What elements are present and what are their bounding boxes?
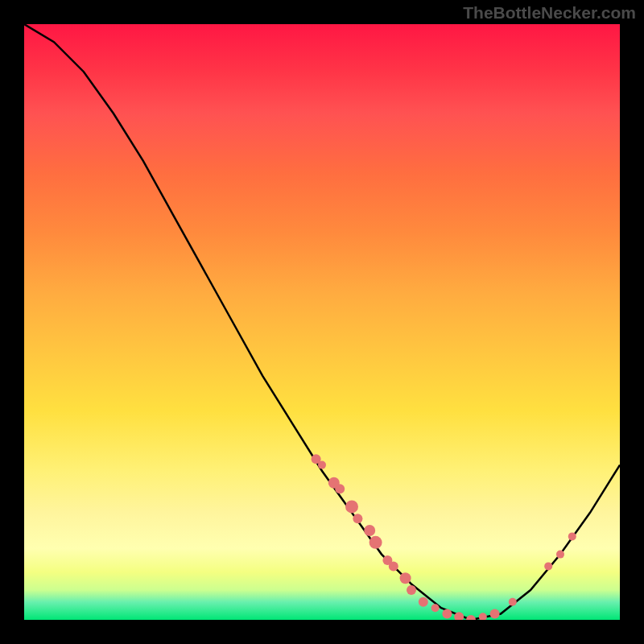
data-point-marker — [568, 532, 576, 540]
data-point-marker — [389, 561, 398, 571]
watermark-text: TheBottleNecker.com — [463, 3, 636, 23]
chart-svg — [24, 24, 620, 620]
bottleneck-curve-line — [24, 24, 620, 620]
data-point-marker — [556, 551, 564, 559]
data-point-marker — [353, 514, 362, 523]
chart-container — [24, 24, 620, 620]
data-point-markers — [312, 454, 576, 620]
data-point-marker — [407, 585, 416, 595]
data-point-marker — [369, 536, 382, 549]
data-point-marker — [400, 572, 411, 584]
data-point-marker — [419, 597, 428, 607]
data-point-marker — [544, 562, 552, 570]
data-point-marker — [335, 484, 345, 493]
data-point-marker — [509, 598, 517, 606]
data-point-marker — [431, 604, 440, 612]
data-point-marker — [466, 615, 476, 620]
data-point-marker — [490, 609, 500, 619]
data-point-marker — [345, 500, 358, 513]
data-point-marker — [442, 609, 452, 619]
data-point-marker — [318, 461, 326, 469]
data-point-marker — [479, 613, 487, 620]
data-point-marker — [364, 525, 375, 536]
